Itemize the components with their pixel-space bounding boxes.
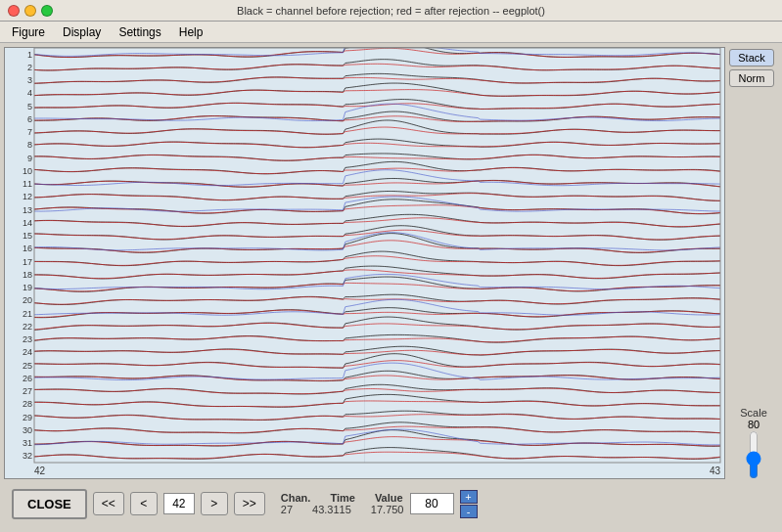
right-panel: Stack Norm Scale 80 [729,47,778,479]
scale-slider[interactable] [747,430,760,479]
value-label: Value [375,492,403,504]
stack-button[interactable]: Stack [729,49,774,66]
plot-wrapper: 42 43 Stack Norm Scale 80 [4,47,778,479]
scale-input[interactable] [410,493,454,514]
maximize-btn[interactable] [41,5,53,17]
plus-button[interactable]: + [460,490,478,504]
prev-prev-button[interactable]: << [93,492,124,515]
close-window-btn[interactable] [8,5,20,17]
window-controls[interactable] [8,5,53,17]
menu-settings[interactable]: Settings [111,23,168,41]
menu-display[interactable]: Display [55,23,109,41]
chan-label: Chan. [281,492,311,504]
x-axis: 42 43 [34,466,720,476]
next-next-button[interactable]: >> [234,492,265,515]
info-panel: Chan. Time Value 27 43.3115 17.750 [281,492,404,515]
chan-value: 27 [281,504,293,515]
waveform-canvas [5,48,724,478]
norm-button[interactable]: Norm [729,69,774,87]
scale-label: Scale [729,407,778,419]
menu-bar: Figure Display Settings Help [0,22,782,43]
window-title: Black = channel before rejection; red = … [237,5,545,17]
time-label: Time [330,492,354,504]
close-button[interactable]: CLOSE [12,489,87,519]
scale-area: Scale 80 [729,407,778,479]
x-start-label: 42 [34,466,45,476]
title-bar: Black = channel before rejection; red = … [0,0,782,22]
plot-container[interactable]: 42 43 [4,47,725,479]
prev-button[interactable]: < [130,492,158,515]
menu-help[interactable]: Help [171,23,211,41]
plus-minus-controls: + - [460,490,478,518]
x-end-label: 43 [710,466,720,476]
info-labels: Chan. Time Value [281,492,404,504]
minus-button[interactable]: - [460,505,478,518]
page-number: 42 [163,493,195,514]
next-button[interactable]: > [201,492,228,515]
minimize-btn[interactable] [24,5,36,17]
scale-display: 80 [729,419,778,430]
main-content: 42 43 Stack Norm Scale 80 CLOSE << < 42 … [0,43,782,532]
menu-figure[interactable]: Figure [4,23,53,41]
info-values: 27 43.3115 17.750 [281,504,404,515]
bottom-bar: CLOSE << < 42 > >> Chan. Time Value 27 4… [4,479,778,528]
display-value: 17.750 [371,504,404,515]
time-value: 43.3115 [312,504,351,515]
